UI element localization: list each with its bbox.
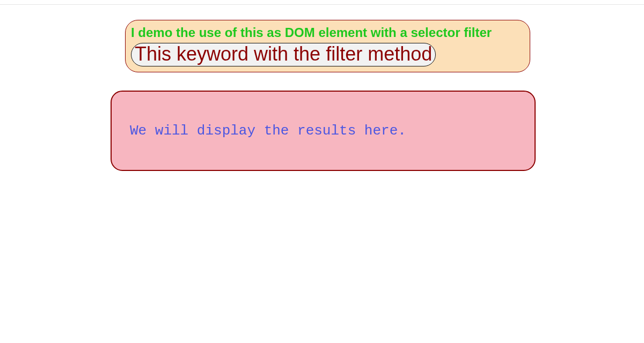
filter-pill: This keyword with the filter method	[131, 43, 436, 66]
results-box: We will display the results here.	[111, 91, 536, 171]
top-divider	[0, 4, 644, 5]
results-text: We will display the results here.	[130, 123, 406, 139]
demo-heading: I demo the use of this as DOM element wi…	[131, 25, 524, 41]
filter-pill-text: This keyword with the filter method	[135, 43, 432, 65]
demo-box: I demo the use of this as DOM element wi…	[125, 20, 530, 72]
page-root: I demo the use of this as DOM element wi…	[0, 0, 644, 171]
